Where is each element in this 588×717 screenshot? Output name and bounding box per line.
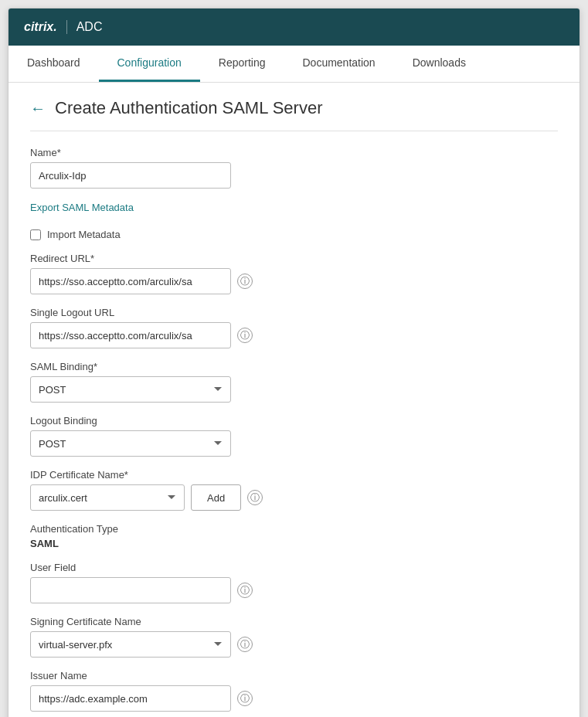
logout-binding-group: Logout Binding POST REDIRECT (30, 415, 558, 457)
single-logout-info-icon[interactable]: ⓘ (237, 328, 253, 343)
main-window: citrix. ADC Dashboard Configuration Repo… (8, 8, 580, 717)
page-title: Create Authentication SAML Server (55, 98, 322, 118)
issuer-name-label: Issuer Name (30, 670, 558, 681)
add-cert-button[interactable]: Add (191, 484, 241, 511)
single-logout-input-row: ⓘ (30, 322, 558, 348)
auth-type-label: Authentication Type (30, 523, 558, 535)
tab-documentation[interactable]: Documentation (284, 46, 393, 82)
tab-reporting[interactable]: Reporting (200, 46, 284, 82)
export-saml-link[interactable]: Export SAML Metadata (30, 202, 134, 213)
nav-bar: Dashboard Configuration Reporting Docume… (8, 46, 580, 83)
back-button[interactable]: ← (30, 100, 46, 117)
auth-type-group: Authentication Type SAML (30, 523, 558, 549)
signing-cert-select[interactable]: virtual-server.pfx none (30, 631, 231, 658)
issuer-name-group: Issuer Name ⓘ (30, 670, 558, 712)
saml-binding-group: SAML Binding* POST REDIRECT ARTIFACT (30, 361, 558, 403)
idp-cert-group: IDP Certificate Name* arculix.cert other… (30, 469, 558, 511)
name-group: Name* (30, 147, 558, 189)
tab-dashboard[interactable]: Dashboard (8, 46, 99, 82)
import-metadata-checkbox[interactable] (30, 229, 41, 240)
idp-cert-info-icon[interactable]: ⓘ (247, 490, 263, 505)
redirect-url-info-icon[interactable]: ⓘ (237, 274, 253, 289)
page-title-row: ← Create Authentication SAML Server (30, 98, 558, 131)
user-field-input-row: ⓘ (30, 577, 558, 603)
single-logout-label: Single Logout URL (30, 307, 558, 318)
redirect-url-input-row: ⓘ (30, 268, 558, 294)
saml-binding-label: SAML Binding* (30, 361, 558, 372)
issuer-name-input-row: ⓘ (30, 685, 558, 712)
name-label: Name* (30, 147, 558, 158)
signing-cert-info-icon[interactable]: ⓘ (237, 637, 253, 652)
user-field-group: User Field ⓘ (30, 562, 558, 603)
logout-binding-label: Logout Binding (30, 415, 558, 426)
idp-cert-select[interactable]: arculix.cert other.cert (30, 484, 185, 511)
auth-type-value: SAML (30, 538, 558, 549)
redirect-url-input[interactable] (30, 268, 231, 294)
redirect-url-label: Redirect URL* (30, 253, 558, 264)
brand-logo: citrix. ADC (24, 20, 102, 34)
redirect-url-group: Redirect URL* ⓘ (30, 253, 558, 294)
tab-downloads[interactable]: Downloads (394, 46, 484, 82)
idp-cert-label: IDP Certificate Name* (30, 469, 558, 481)
logout-binding-select[interactable]: POST REDIRECT (30, 430, 231, 457)
issuer-name-input[interactable] (30, 685, 231, 712)
issuer-name-info-icon[interactable]: ⓘ (237, 691, 253, 706)
single-logout-input[interactable] (30, 322, 231, 348)
citrix-brand-text: citrix. (24, 20, 57, 34)
idp-cert-row: arculix.cert other.cert Add ⓘ (30, 484, 558, 511)
app-header: citrix. ADC (8, 8, 580, 46)
signing-cert-group: Signing Certificate Name virtual-server.… (30, 616, 558, 658)
single-logout-group: Single Logout URL ⓘ (30, 307, 558, 348)
saml-binding-select[interactable]: POST REDIRECT ARTIFACT (30, 376, 231, 403)
signing-cert-input-row: virtual-server.pfx none ⓘ (30, 631, 558, 658)
citrix-logo: citrix. ADC (24, 20, 102, 34)
page-content: ← Create Authentication SAML Server Name… (8, 83, 580, 717)
user-field-info-icon[interactable]: ⓘ (237, 583, 253, 598)
user-field-input[interactable] (30, 577, 231, 603)
adc-product-label: ADC (66, 20, 103, 34)
tab-configuration[interactable]: Configuration (99, 46, 200, 82)
import-metadata-label[interactable]: Import Metadata (47, 229, 121, 240)
name-input[interactable] (30, 162, 231, 189)
user-field-label: User Field (30, 562, 558, 573)
form-container: Name* Export SAML Metadata Import Metada… (30, 147, 558, 717)
import-metadata-row: Import Metadata (30, 229, 558, 240)
signing-cert-label: Signing Certificate Name (30, 616, 558, 627)
